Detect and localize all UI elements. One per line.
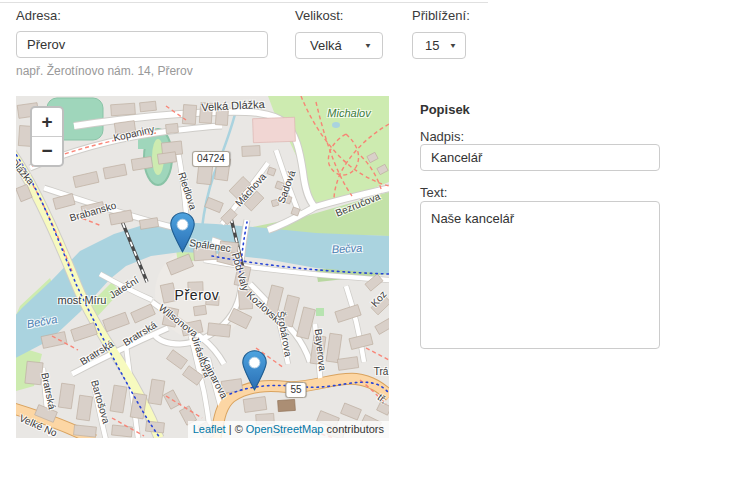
map-base-svg — [16, 96, 389, 438]
road-shield: 04724 — [192, 151, 230, 167]
zoom-in-button[interactable]: + — [32, 108, 62, 137]
leaflet-link[interactable]: Leaflet — [193, 423, 226, 435]
size-select-value: Velká — [310, 38, 342, 53]
address-input[interactable] — [16, 31, 268, 58]
top-divider — [0, 2, 488, 3]
map-zoom-control: + − — [30, 106, 64, 167]
map-label-water: Bečva — [331, 243, 362, 256]
map-label-place: Přerov — [175, 288, 220, 302]
size-select[interactable]: Velká ▼ — [295, 32, 383, 59]
nadpis-label: Nadpis: — [420, 129, 464, 144]
attribution-suffix: contributors — [323, 423, 384, 435]
road-shield: 55 — [285, 382, 306, 398]
chevron-down-icon: ▼ — [364, 41, 372, 49]
popisek-heading: Popisek — [420, 102, 470, 117]
text-textarea[interactable]: Naše kancelář — [420, 201, 660, 349]
zoom-label: Přiblížení: — [412, 8, 470, 23]
openstreetmap-link[interactable]: OpenStreetMap — [246, 423, 324, 435]
zoom-select-value: 15 — [425, 38, 439, 53]
map-label-park: Michalov — [327, 108, 370, 119]
nadpis-input[interactable] — [420, 144, 660, 171]
size-label: Velikost: — [295, 8, 343, 23]
map-label-street: Trá — [374, 367, 389, 377]
zoom-select[interactable]: 15 ▼ — [412, 32, 466, 59]
address-hint: např. Žerotínovo nám. 14, Přerov — [16, 64, 193, 78]
map-marker-icon[interactable] — [170, 212, 195, 253]
chevron-down-icon: ▼ — [449, 41, 457, 49]
page: { "form": { "address": {"label": "Adresa… — [0, 0, 735, 477]
map-canvas[interactable]: Velká DlážkaMichalovKopaninyDlážkaRiedlo… — [16, 96, 389, 438]
map-attribution: Leaflet | © OpenStreetMap contributors — [188, 421, 389, 438]
text-label: Text: — [420, 185, 447, 200]
map-marker-icon[interactable] — [242, 350, 267, 391]
zoom-out-button[interactable]: − — [32, 137, 62, 165]
address-label: Adresa: — [16, 8, 61, 23]
attribution-separator: | © — [226, 423, 246, 435]
map-label-street: most Míru — [58, 295, 107, 306]
